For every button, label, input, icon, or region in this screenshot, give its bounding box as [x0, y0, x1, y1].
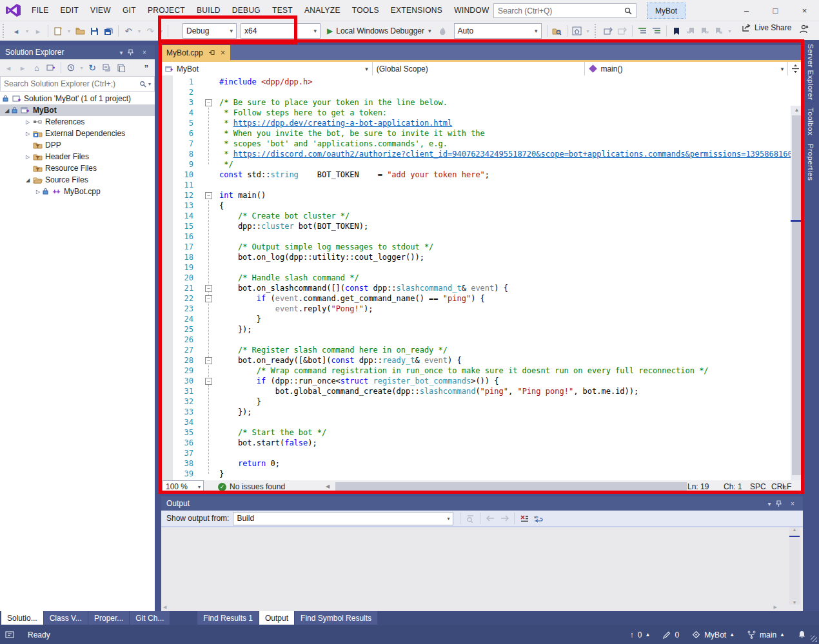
new-project-icon[interactable]	[52, 24, 64, 38]
menu-project[interactable]: PROJECT	[142, 0, 191, 21]
toolbar-drag-handle[interactable]	[595, 24, 598, 38]
tree-item-source-files[interactable]: ◢Source Files	[0, 174, 155, 186]
health-indicator[interactable]: ✓ No issues found	[218, 482, 285, 491]
new-dropdown-icon[interactable]: ▾	[66, 24, 72, 38]
collapse-all-icon[interactable]	[100, 61, 113, 75]
editor-horizontal-scrollbar[interactable]: ◀ ▶	[326, 482, 787, 492]
code-line-39[interactable]: 39}	[161, 469, 790, 479]
solution-explorer-titlebar[interactable]: Solution Explorer ▾ ×	[0, 45, 155, 59]
code-line-9[interactable]: 9 */	[161, 159, 790, 170]
branch-button[interactable]: main ▲	[747, 630, 785, 639]
code-line-8[interactable]: 8 * https://discord.com/oauth2/authorize…	[161, 149, 790, 159]
code-line-3[interactable]: 3–/* Be sure to place your token in the …	[161, 97, 790, 108]
code-line-18[interactable]: 18 bot.on_log(dpp::utility::cout_logger(…	[161, 252, 790, 262]
pin-icon[interactable]	[776, 500, 786, 507]
start-debugging-button[interactable]: ▶ Local Windows Debugger ▾	[327, 26, 431, 35]
switch-views-icon[interactable]	[44, 61, 57, 75]
clear-all-icon[interactable]	[518, 511, 531, 525]
output-titlebar[interactable]: Output ▾ ×	[161, 496, 803, 511]
bookmark-dropdown-icon[interactable]: ▾	[727, 24, 733, 38]
toolbar-drag-handle[interactable]	[3, 24, 6, 38]
solution-explorer-search[interactable]: Search Solution Explorer (Ctrl+;) ▾	[0, 76, 155, 92]
code-line-36[interactable]: 36 bot.start(false);	[161, 438, 790, 448]
back-icon[interactable]: ◂	[2, 61, 15, 75]
code-line-14[interactable]: 14 /* Create bot cluster */	[161, 211, 790, 221]
expand-icon[interactable]: ▷	[34, 189, 43, 195]
undo-icon[interactable]: ↶	[122, 24, 135, 38]
split-window-icon[interactable]	[787, 62, 803, 75]
word-wrap-icon[interactable]: ab	[532, 511, 545, 525]
previous-message-icon[interactable]	[484, 511, 497, 525]
line-ending-indicator[interactable]: CRLF	[771, 480, 791, 493]
tree-item-references[interactable]: ▷References	[0, 116, 155, 128]
menu-extensions[interactable]: EXTENSIONS	[385, 0, 448, 21]
scrollbar-thumb[interactable]	[792, 115, 802, 475]
collapse-icon[interactable]: ◢	[3, 108, 12, 113]
tree-item-mybot[interactable]: ◢MyBot	[0, 104, 155, 116]
navigate-forward-icon[interactable]: ▸	[32, 24, 44, 38]
scroll-up-icon[interactable]: ▲	[791, 106, 803, 115]
pin-icon[interactable]	[128, 49, 138, 56]
close-icon[interactable]: ×	[787, 500, 798, 507]
close-icon[interactable]: ×	[790, 0, 819, 21]
home-dropdown-icon[interactable]: ▾	[585, 24, 591, 38]
menu-window[interactable]: WINDOW	[448, 0, 495, 21]
code-line-21[interactable]: 21– bot.on_slashcommand([](const dpp::sl…	[161, 283, 790, 293]
code-line-26[interactable]: 26	[161, 335, 790, 345]
tree-item-dpp[interactable]: DPP	[0, 139, 155, 151]
code-line-35[interactable]: 35 /* Start the bot */	[161, 427, 790, 438]
code-line-33[interactable]: 33 });	[161, 407, 790, 417]
fold-collapse-icon[interactable]: –	[205, 357, 212, 364]
side-tab-toolbox[interactable]: Toolbox	[807, 104, 814, 139]
feedback-icon[interactable]	[798, 24, 809, 34]
chevron-down-icon[interactable]: ▾	[116, 49, 126, 56]
menu-debug[interactable]: DEBUG	[226, 0, 266, 21]
bookmark-icon[interactable]	[670, 24, 683, 38]
code-line-20[interactable]: 20 /* Handle slash command */	[161, 273, 790, 283]
tool-tab-class-v[interactable]: Class V...	[44, 611, 88, 625]
code-line-19[interactable]: 19	[161, 262, 790, 273]
tree-item-header-files[interactable]: ▷Header Files	[0, 151, 155, 162]
close-icon[interactable]: ×	[139, 49, 150, 56]
scrollbar-thumb[interactable]	[335, 482, 687, 491]
code-line-22[interactable]: 22– if (event.command.get_command_name()…	[161, 293, 790, 304]
scroll-left-icon[interactable]: ◀	[326, 482, 330, 492]
code-line-6[interactable]: 6 * When you invite the bot, be sure to …	[161, 128, 790, 139]
previous-bookmark-icon[interactable]	[684, 24, 697, 38]
step-icon[interactable]	[616, 24, 629, 38]
tool-tab-find-symbol-results[interactable]: Find Symbol Results	[295, 611, 377, 625]
scroll-right-icon[interactable]: ▶	[774, 605, 777, 610]
fold-collapse-icon[interactable]: –	[205, 99, 212, 106]
home-icon[interactable]	[571, 24, 584, 38]
zoom-combo[interactable]: 100 % ▾	[163, 480, 204, 493]
code-line-10[interactable]: 10const std::string BOT_TOKEN = "add you…	[161, 170, 790, 180]
configuration-combo[interactable]: Debug ▾	[183, 23, 237, 39]
clear-bookmarks-icon[interactable]	[713, 24, 725, 38]
line-indent-icon[interactable]	[636, 24, 649, 38]
tool-tab-git-ch[interactable]: Git Ch...	[130, 611, 170, 625]
show-all-files-icon[interactable]	[114, 61, 127, 75]
quick-search-box[interactable]: Search (Ctrl+Q)	[493, 3, 636, 18]
side-tab-properties[interactable]: Properties	[807, 140, 814, 184]
redo-icon[interactable]: ↷	[144, 24, 157, 38]
code-line-11[interactable]: 11	[161, 180, 790, 190]
repository-button[interactable]: MyBot ▲	[692, 630, 735, 639]
code-line-28[interactable]: 28– bot.on_ready([&bot](const dpp::ready…	[161, 355, 790, 366]
code-line-29[interactable]: 29 /* Wrap command registration in run_o…	[161, 366, 790, 376]
code-line-31[interactable]: 31 bot.global_command_create(dpp::slashc…	[161, 386, 790, 396]
menu-file[interactable]: FILE	[26, 0, 55, 21]
find-message-icon[interactable]	[464, 511, 477, 525]
code-line-7[interactable]: 7 * scopes 'bot' and 'applications.comma…	[161, 139, 790, 149]
search-icon[interactable]	[139, 81, 146, 88]
pin-icon[interactable]	[208, 50, 215, 55]
menu-test[interactable]: TEST	[266, 0, 299, 21]
tree-item-resource-files[interactable]: Resource Files	[0, 162, 155, 174]
code-line-16[interactable]: 16	[161, 231, 790, 242]
filter-dropdown-icon[interactable]: ▾	[79, 61, 84, 75]
output-source-combo[interactable]: Build ▾	[233, 512, 453, 525]
attach-icon[interactable]	[602, 24, 615, 38]
tree-item-mybot-cpp[interactable]: ▷++MyBot.cpp	[0, 186, 155, 197]
tool-tab-output[interactable]: Output	[259, 611, 294, 625]
hot-reload-icon[interactable]	[437, 24, 449, 38]
maximize-icon[interactable]: □	[761, 0, 790, 21]
